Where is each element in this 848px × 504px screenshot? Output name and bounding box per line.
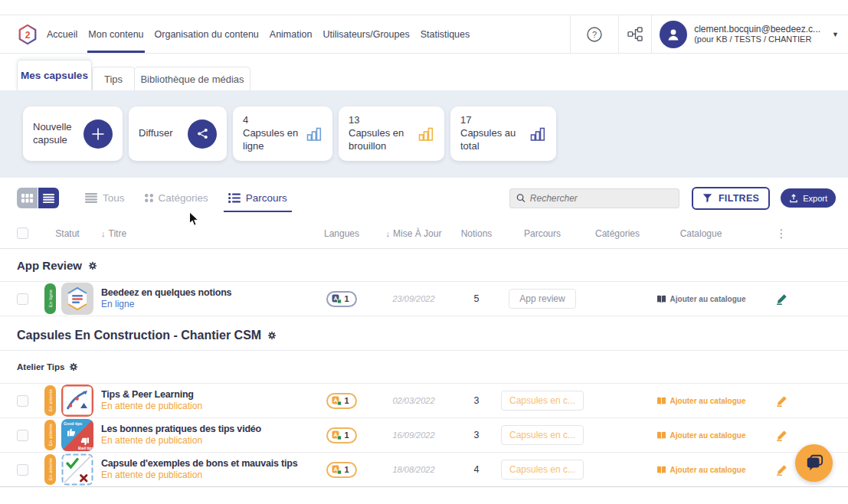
column-header-titre[interactable]: ↓Titre — [101, 228, 308, 239]
capsule-thumbnail — [61, 283, 93, 315]
nav-item-accueil[interactable]: Accueil — [41, 15, 83, 53]
edit-pencil-icon[interactable] — [776, 395, 787, 407]
row-checkbox[interactable] — [17, 293, 28, 305]
export-button[interactable]: Export — [781, 188, 836, 208]
notions-count: 3 — [452, 395, 501, 406]
column-header-mise-a-jour[interactable]: ↓Mise À Jour — [375, 228, 452, 239]
table-row[interactable]: En attenteTips & Peer LearningEn attente… — [0, 384, 848, 418]
edit-pencil-icon[interactable] — [776, 430, 787, 441]
chevron-down-icon[interactable]: ▼ — [832, 31, 839, 38]
nav-item-statistiques[interactable]: Statistiques — [415, 15, 476, 53]
nav-item-animation[interactable]: Animation — [264, 15, 318, 53]
add-to-catalogue-link[interactable]: Ajouter au catalogue — [656, 295, 746, 303]
diffuser-card[interactable]: Diffuser — [129, 106, 227, 161]
parcours-button[interactable]: Capsules en c... — [501, 460, 584, 479]
tab-tips[interactable]: Tips — [92, 67, 135, 90]
topbar-right: ? clement.bocquin@beedeez.c... (pour KB … — [570, 15, 848, 53]
status-pill: En attente — [44, 454, 56, 485]
notions-count: 5 — [452, 293, 501, 304]
beedeez-logo[interactable]: 2 — [0, 15, 41, 53]
gear-icon[interactable] — [69, 362, 78, 371]
svg-text:A: A — [334, 466, 338, 472]
card-label: 13Capsules en brouillon — [349, 114, 417, 153]
section-title-capsules-en-construction-chantier-csm: Capsules En Construction - Chantier CSM — [0, 316, 848, 351]
card-label: Diffuser — [139, 127, 173, 140]
stat-card-capsules-en-ligne[interactable]: 4Capsules en ligne — [233, 106, 332, 161]
column-header-catalogue: Catalogue — [651, 228, 751, 239]
sort-icon: ↓ — [386, 229, 391, 238]
section-title-app-review: App Review — [0, 249, 848, 282]
column-header-notions: Notions — [452, 228, 501, 239]
nouvelle-capsule-card[interactable]: Nouvelle capsule — [23, 106, 123, 161]
export-icon — [789, 194, 798, 203]
bar-chart-icon — [306, 126, 323, 142]
table-row[interactable]: En ligneBeedeez en quelques notionsEn li… — [0, 282, 848, 316]
column-menu-icon[interactable]: ⋮ — [776, 231, 787, 237]
parcours-button[interactable]: Capsules en c... — [501, 391, 584, 411]
filter-tab-tous[interactable]: Tous — [85, 192, 125, 204]
table-row[interactable]: En attenteGood tipsBad tipsLes bonnes pr… — [0, 418, 848, 453]
card-label: 17Capsules au total — [460, 114, 529, 153]
language-badge: A1 — [326, 291, 356, 307]
gear-icon[interactable] — [88, 261, 97, 270]
cards-band: Nouvelle capsuleDiffuser4Capsules en lig… — [0, 90, 848, 178]
capsule-status-text: En ligne — [101, 299, 308, 311]
capsule-title: Les bonnes pratiques des tips vidéo — [101, 423, 308, 435]
stat-card-capsules-au-total[interactable]: 17Capsules au total — [450, 106, 556, 161]
add-to-catalogue-link[interactable]: Ajouter au catalogue — [656, 466, 746, 474]
parcours-button[interactable]: Capsules en c... — [501, 425, 584, 445]
status-pill: En attente — [44, 420, 56, 450]
table-body: App ReviewEn ligneBeedeez en quelques no… — [0, 249, 848, 487]
filter-tab-parcours[interactable]: Parcours — [228, 192, 287, 204]
tab-bar: Mes capsulesTipsBibliothèque de médias — [0, 54, 848, 90]
card-label: 4Capsules en ligne — [243, 114, 306, 153]
svg-text:2: 2 — [25, 29, 31, 40]
org-chart-button[interactable] — [619, 15, 651, 53]
updated-date: 23/09/2022 — [375, 294, 452, 303]
notions-count: 3 — [452, 430, 501, 440]
filter-tab-categories[interactable]: Catégories — [145, 192, 208, 204]
plus-icon[interactable] — [83, 119, 113, 149]
dots-icon — [145, 194, 153, 203]
table-row[interactable]: En attenteCapsule d'exemples de bons et … — [0, 453, 848, 487]
card-label: Nouvelle capsule — [33, 121, 83, 147]
select-all-checkbox[interactable] — [17, 227, 28, 239]
search-box[interactable] — [509, 188, 679, 208]
capsule-thumbnail: Good tipsBad tips — [61, 419, 93, 451]
parcours-button[interactable]: App review — [509, 289, 576, 309]
column-header-langues: Langues — [308, 228, 375, 239]
language-badge: A1 — [326, 462, 356, 478]
tab-mes-capsules[interactable]: Mes capsules — [17, 60, 92, 90]
filters-button[interactable]: FILTRES — [692, 187, 770, 210]
svg-text:A: A — [334, 398, 338, 403]
column-header-statut: Statut — [34, 228, 101, 239]
section-title-atelier-tips: Atelier Tips — [0, 351, 848, 384]
bar-chart-icon — [417, 126, 434, 142]
grid-view-button[interactable] — [17, 188, 38, 208]
chat-button[interactable] — [795, 444, 833, 482]
row-checkbox[interactable] — [17, 430, 28, 441]
top-gap — [0, 0, 848, 15]
edit-pencil-icon[interactable] — [776, 464, 787, 476]
gear-icon[interactable] — [267, 331, 277, 340]
stat-card-capsules-en-brouillon[interactable]: 13Capsules en brouillon — [339, 106, 444, 161]
user-menu[interactable]: clement.bocquin@beedeez.c... (pour KB / … — [652, 15, 848, 53]
capsule-thumbnail — [61, 385, 93, 417]
help-button[interactable]: ? — [571, 15, 618, 53]
add-to-catalogue-link[interactable]: Ajouter au catalogue — [656, 397, 746, 405]
row-checkbox[interactable] — [17, 395, 28, 407]
tab-bibliotheque-de-medias[interactable]: Bibliothèque de médias — [134, 67, 250, 90]
top-nav-bar: 2 AccueilMon contenuOrganisation du cont… — [0, 15, 848, 54]
add-to-catalogue-link[interactable]: Ajouter au catalogue — [656, 431, 746, 440]
nav-item-organisation-du-contenu[interactable]: Organisation du contenu — [149, 15, 264, 53]
nav-item-utilisateurs-groupes[interactable]: Utilisateurs/Groupes — [317, 15, 414, 53]
capsule-title: Beedeez en quelques notions — [101, 286, 308, 299]
list-view-button[interactable] — [38, 188, 59, 208]
nav-item-mon-contenu[interactable]: Mon contenu — [83, 15, 149, 53]
table-header: Statut↓TitreLangues↓Mise À JourNotionsPa… — [0, 218, 848, 249]
edit-pencil-icon[interactable] — [776, 293, 787, 305]
share-icon[interactable] — [188, 119, 217, 149]
search-input[interactable] — [530, 193, 673, 204]
row-checkbox[interactable] — [17, 464, 28, 476]
capsules-table: Statut↓TitreLangues↓Mise À JourNotionsPa… — [0, 218, 848, 487]
